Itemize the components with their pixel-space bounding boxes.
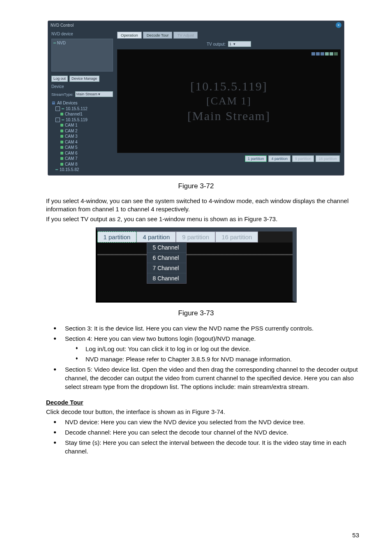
- nvd-control-window: NVD Control × NVD device ━ NVD Log out D…: [48, 21, 344, 176]
- menu-item-5[interactable]: 5 Channel: [147, 243, 187, 253]
- streamtype-select[interactable]: Main Stream ▾: [75, 91, 113, 97]
- list-item: Decode channel: Here you can select the …: [53, 428, 363, 437]
- section-list: Section 3: It is the device list. Here y…: [53, 324, 363, 391]
- f73-partition-1-button[interactable]: 1 partition: [97, 231, 137, 243]
- close-icon[interactable]: ×: [336, 22, 341, 28]
- partition-row: 1 partition 4 partition 9 partition 16 p…: [117, 153, 341, 164]
- page-number: 53: [352, 532, 359, 539]
- palette-icon: [311, 52, 338, 56]
- logout-button[interactable]: Log out: [51, 76, 68, 82]
- expand-icon[interactable]: -: [55, 118, 60, 122]
- tab-tv-adjust[interactable]: TV Adjust: [173, 32, 198, 39]
- list-item: Section 3: It is the device list. Here y…: [53, 324, 363, 333]
- list-item: NVD manage: Please refer to Chapter 3.8.…: [76, 355, 363, 363]
- video-area[interactable]: [10.15.5.119] [CAM 1] [Main Stream]: [117, 49, 341, 153]
- tv-output-select[interactable]: 1 ▾: [228, 41, 251, 47]
- list-item: Section 5: Video device list. Open the v…: [53, 365, 363, 391]
- device-manage-button[interactable]: Device Manage: [69, 76, 99, 82]
- tabs-row: Operation Decode Tour TV Adjust: [117, 32, 341, 39]
- partition-1-button[interactable]: 1 partition: [245, 155, 267, 162]
- f73-partition-16-button[interactable]: 16 partition: [215, 231, 258, 243]
- figure-caption-72: Figure 3-72: [29, 182, 363, 190]
- decode-tour-list: NVD device: Here you can view the NVD de…: [53, 418, 363, 456]
- channel-menu: 5 Channel 6 Channel 7 Channel 8 Channel: [147, 242, 187, 284]
- menu-item-8[interactable]: 8 Channel: [147, 273, 187, 283]
- tv-output-label: TV output:: [207, 42, 226, 46]
- window-title: NVD Control: [51, 23, 74, 28]
- device-label: Device: [51, 84, 113, 89]
- list-item: Log in/Log out: You can click it to log …: [76, 345, 363, 353]
- figure-caption-73: Figure 3-73: [29, 309, 363, 317]
- overlay-cam: [CAM 1]: [206, 95, 251, 107]
- f73-partition-4-button[interactable]: 4 partition: [136, 231, 176, 243]
- figure-73: 1 partition 4 partition 9 partition 16 p…: [96, 227, 297, 303]
- partition-4-button[interactable]: 4 partition: [268, 155, 291, 162]
- list-item: NVD device: Here you can view the NVD de…: [53, 418, 363, 426]
- tab-operation[interactable]: Operation: [117, 32, 142, 39]
- body-para-2: If you select TV output as 2, you can se…: [46, 215, 363, 223]
- tab-decode-tour[interactable]: Decode Tour: [143, 32, 173, 39]
- streamtype-label: StreamType:: [51, 92, 74, 97]
- left-panel: NVD device ━ NVD Log out Device Manage D…: [48, 29, 115, 175]
- menu-item-7[interactable]: 7 Channel: [147, 263, 187, 273]
- right-panel: Operation Decode Tour TV Adjust TV outpu…: [115, 29, 344, 175]
- body-para-1: If you select 4-window, you can see the …: [46, 197, 363, 214]
- list-item: Section 4: Here you can view two buttons…: [53, 334, 363, 363]
- expand-icon[interactable]: -: [55, 106, 60, 111]
- device-tree[interactable]: 🖥 All Devices - ━ 10.15.5.112 Channel1 -…: [51, 100, 113, 173]
- overlay-stream: [Main Stream]: [187, 109, 270, 123]
- overlay-ip: [10.15.5.119]: [190, 79, 267, 93]
- decode-tour-heading: Decode Tour: [46, 398, 363, 407]
- partition-9-button[interactable]: 9 partition: [292, 155, 314, 162]
- f73-partition-9-button[interactable]: 9 partition: [176, 231, 215, 243]
- titlebar: NVD Control ×: [48, 21, 344, 29]
- nvd-device-tree[interactable]: ━ NVD: [51, 39, 113, 72]
- list-item: Stay time (s): Here you can select the i…: [53, 438, 363, 456]
- menu-item-6[interactable]: 6 Channel: [147, 253, 187, 263]
- partition-16-button[interactable]: 16 partition: [316, 155, 340, 162]
- nvd-device-label: NVD device: [51, 32, 113, 36]
- decode-tour-intro: Click decode tour button, the interface …: [46, 408, 363, 416]
